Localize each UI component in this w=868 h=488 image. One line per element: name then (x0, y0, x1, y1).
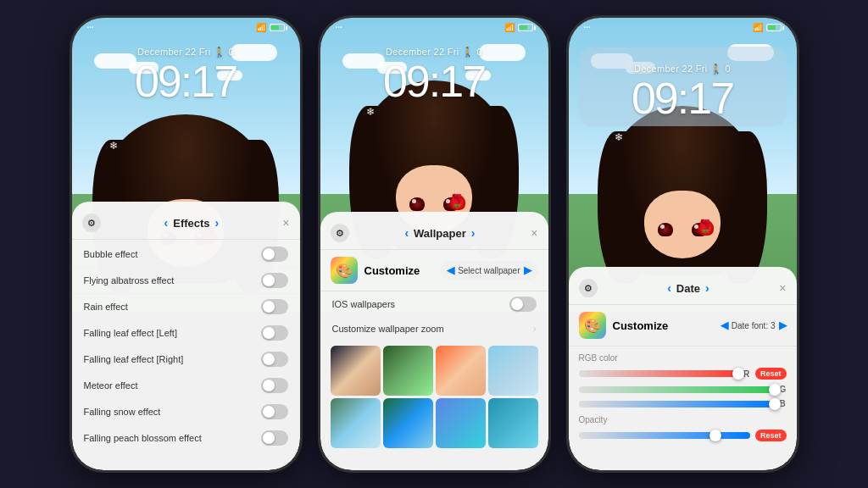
effect-label: Flying albatross effect (84, 275, 175, 286)
ios-wallpapers-toggle[interactable] (509, 297, 537, 312)
panel-nav: ‹ Wallpaper › (404, 226, 475, 240)
status-bar: ··· 📶 (72, 18, 300, 34)
close-button[interactable]: × (531, 226, 537, 240)
panel-nav: ‹ Date › (667, 281, 709, 295)
panel-nav: ‹ Effects › (164, 216, 220, 230)
date-font-left-arrow[interactable]: ◀ (721, 319, 728, 331)
effect-label: Rain effect (84, 302, 128, 312)
wifi-icon: 📶 (504, 23, 515, 32)
customize-zoom-row[interactable]: Customize wallpaper zoom › (320, 318, 548, 341)
wallpaper-thumb[interactable] (331, 346, 381, 396)
nav-right-arrow[interactable]: › (705, 281, 709, 295)
panel-header: ⚙ ‹ Date › × (569, 275, 797, 305)
chevron-right-icon: › (533, 323, 537, 335)
effect-label: Falling peach blossom effect (84, 433, 202, 443)
nav-left-arrow[interactable]: ‹ (404, 226, 409, 240)
close-button[interactable]: × (282, 216, 289, 230)
opacity-label: Opacity (579, 415, 787, 424)
phone-wallpaper: ❄ ··· 📶 December 22 Fri 🚶 0 09:17 ⚙ ‹ Wa… (318, 15, 551, 473)
panel-title: Wallpaper (414, 227, 466, 240)
wallpaper-thumb[interactable] (331, 398, 381, 448)
date-font-label: Date font: 3 (732, 321, 776, 330)
b-slider-track[interactable] (579, 401, 775, 408)
nav-left-arrow[interactable]: ‹ (667, 281, 671, 295)
customize-logo: 🎨 (579, 312, 606, 339)
list-item: Flying albatross effect (72, 268, 300, 294)
status-bar: ··· 📶 (320, 18, 548, 34)
date-panel-content: RGB color R Reset G (569, 347, 797, 453)
toggle-meteor[interactable] (261, 378, 288, 393)
effect-label: Meteor effect (84, 380, 138, 391)
wallpaper-thumb[interactable] (383, 346, 433, 396)
toggle-bubble[interactable] (261, 247, 288, 262)
panel-title: Date (676, 282, 700, 295)
settings-icon[interactable]: ⚙ (331, 224, 349, 242)
r-slider-track[interactable] (579, 370, 738, 377)
wallpaper-panel: ⚙ ‹ Wallpaper › × 🎨 Customize ◀ Select w… (320, 212, 548, 470)
wallpaper-thumb[interactable] (488, 346, 538, 396)
r-label: R (743, 369, 750, 379)
effect-label: Falling snow effect (84, 407, 161, 417)
b-slider-thumb[interactable] (769, 398, 781, 410)
opacity-slider-track[interactable] (579, 432, 750, 439)
customize-label: Customize (613, 319, 721, 332)
toggle-leaf-left[interactable] (261, 325, 288, 341)
clock-time: 09:17 (320, 58, 548, 106)
battery-icon (518, 24, 533, 31)
toggle-rain[interactable] (261, 299, 288, 314)
g-label: G (780, 385, 787, 394)
list-item: Falling leaf effect [Left] (72, 320, 300, 347)
left-arrow-icon: ◀ (447, 264, 454, 276)
panel-header: ⚙ ‹ Wallpaper › × (320, 220, 548, 250)
rgb-label: RGB color (579, 353, 787, 363)
status-bar: ··· 📶 (569, 18, 797, 34)
wallpaper-thumb[interactable] (488, 398, 538, 448)
clock-overlay: December 22 Fri 🚶 0 09:17 (320, 33, 548, 106)
r-reset-button[interactable]: Reset (755, 368, 787, 380)
right-arrow-icon: ▶ (524, 264, 531, 276)
opacity-slider-thumb[interactable] (709, 430, 721, 441)
r-slider-row: R Reset (579, 368, 787, 380)
list-item: Rain effect (72, 294, 300, 320)
g-slider-track[interactable] (579, 386, 775, 393)
clock-time: 09:17 (72, 58, 300, 106)
nav-right-arrow[interactable]: › (215, 216, 220, 230)
date-font-right-arrow[interactable]: ▶ (779, 319, 787, 331)
effects-panel: ⚙ ‹ Effects › × Bubble effect Flying alb… (72, 202, 300, 470)
effect-label: Falling leaf effect [Left] (84, 328, 177, 338)
customize-row: 🎨 Customize ◀ Select wallpaper ▶ (320, 250, 548, 291)
ios-wallpapers-row[interactable]: IOS wallpapers (320, 291, 548, 318)
wallpaper-grid (320, 341, 548, 453)
clock-time: 09:17 (579, 75, 787, 123)
g-slider-row: G (579, 385, 787, 394)
customize-zoom-label: Customize wallpaper zoom (332, 324, 444, 334)
r-slider-thumb[interactable] (732, 368, 744, 380)
select-wallpaper-button[interactable]: ◀ Select wallpaper ▶ (440, 261, 537, 280)
opacity-reset-button[interactable]: Reset (755, 430, 787, 441)
toggle-albatross[interactable] (261, 273, 288, 288)
list-item: Falling leaf effect [Right] (72, 347, 300, 373)
close-button[interactable]: × (779, 281, 786, 295)
nav-right-arrow[interactable]: › (471, 226, 476, 240)
wallpaper-thumb[interactable] (436, 346, 486, 396)
settings-icon[interactable]: ⚙ (579, 279, 598, 297)
customize-row: 🎨 Customize ◀ Date font: 3 ▶ (569, 305, 797, 347)
select-wallpaper-label: Select wallpaper (458, 266, 520, 275)
g-slider-thumb[interactable] (769, 384, 781, 396)
customize-label: Customize (364, 264, 441, 277)
wallpaper-thumb[interactable] (383, 398, 433, 448)
phone-date: ❄ ··· 📶 December 22 Fri 🚶 0 09:17 ⚙ ‹ Da… (566, 15, 799, 473)
panel-title: Effects (173, 217, 209, 230)
settings-icon[interactable]: ⚙ (82, 214, 101, 232)
battery-icon (766, 24, 782, 31)
toggle-leaf-right[interactable] (261, 352, 288, 367)
opacity-section: Opacity Reset (579, 415, 787, 441)
toggle-snow[interactable] (261, 404, 288, 419)
toggle-peach[interactable] (261, 430, 288, 446)
b-slider-row: B (579, 399, 787, 408)
signal-dots: ··· (87, 23, 94, 32)
wallpaper-thumb[interactable] (436, 398, 486, 448)
list-item: Meteor effect (72, 373, 300, 399)
signal-dots: ··· (584, 23, 591, 32)
nav-left-arrow[interactable]: ‹ (164, 216, 169, 230)
